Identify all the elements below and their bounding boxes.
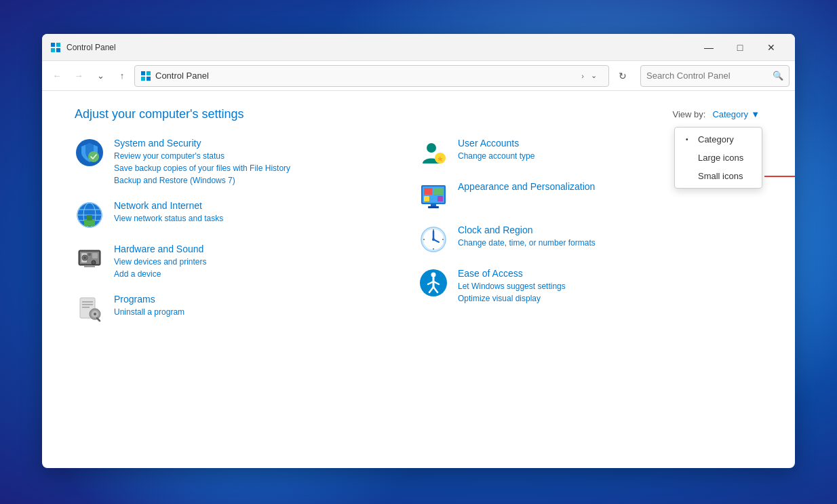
network-internet-link-1[interactable]: View network status and tasks — [114, 212, 223, 225]
window-title: Control Panel — [66, 43, 693, 52]
dropdown-item-large-icons[interactable]: Large icons — [675, 149, 762, 167]
hardware-sound-icon — [75, 244, 104, 273]
user-accounts-title[interactable]: User Accounts — [458, 138, 534, 149]
address-text: Control Panel — [155, 71, 579, 81]
clock-region-text: Clock and Region Change date, time, or n… — [458, 225, 596, 249]
svg-rect-1 — [56, 43, 60, 47]
search-icon[interactable]: 🔍 — [773, 71, 783, 81]
toolbar: ← → ⌄ ↑ Control Panel › ⌄ ↻ 🔍 — [42, 61, 795, 91]
address-dropdown-button[interactable]: ⌄ — [584, 66, 603, 85]
svg-rect-44 — [437, 196, 443, 201]
ease-access-title[interactable]: Ease of Access — [458, 268, 566, 279]
back-button[interactable]: ← — [47, 66, 66, 85]
hardware-sound-text: Hardware and Sound View devices and prin… — [114, 244, 207, 280]
network-internet-item: Network and Internet View network status… — [75, 200, 418, 230]
programs-title[interactable]: Programs — [114, 294, 184, 305]
svg-rect-17 — [87, 215, 92, 220]
programs-text: Programs Uninstall a program — [114, 294, 184, 318]
svg-line-34 — [97, 318, 100, 321]
close-button[interactable]: ✕ — [756, 34, 787, 61]
ease-access-link-1[interactable]: Let Windows suggest settings — [458, 280, 566, 292]
svg-rect-4 — [141, 71, 145, 75]
refresh-button[interactable]: ↻ — [613, 66, 632, 85]
hardware-sound-title[interactable]: Hardware and Sound — [114, 244, 207, 254]
svg-rect-0 — [51, 43, 55, 47]
search-box[interactable]: 🔍 — [640, 65, 790, 87]
address-icon — [140, 71, 151, 81]
address-bar[interactable]: Control Panel › ⌄ — [134, 65, 609, 87]
programs-link-1[interactable]: Uninstall a program — [114, 306, 184, 318]
system-security-text: System and Security Review your computer… — [114, 138, 290, 187]
hardware-sound-link-2[interactable]: Add a device — [114, 268, 207, 280]
items-grid: System and Security Review your computer… — [75, 138, 762, 324]
clock-region-link-1[interactable]: Change date, time, or number formats — [458, 237, 596, 249]
page-title: Adjust your computer's settings — [75, 107, 244, 121]
svg-point-23 — [92, 260, 96, 265]
svg-rect-5 — [147, 71, 151, 75]
system-security-link-1[interactable]: Review your computer's status — [114, 150, 290, 162]
ease-access-link-2[interactable]: Optimize visual display — [458, 292, 566, 305]
programs-item: Programs Uninstall a program — [75, 294, 418, 324]
window-icon — [50, 42, 61, 53]
page-header: Adjust your computer's settings View by:… — [75, 107, 762, 121]
svg-point-9 — [88, 151, 99, 162]
window-controls: — □ ✕ — [693, 34, 787, 61]
maximize-button[interactable]: □ — [724, 34, 756, 61]
svg-rect-3 — [56, 48, 60, 52]
hardware-sound-link-1[interactable]: View devices and printers — [114, 256, 207, 268]
recent-locations-button[interactable]: ⌄ — [91, 66, 110, 85]
view-by-value: Category — [712, 109, 748, 119]
appearance-icon — [418, 181, 448, 211]
dropdown-item-small-icons[interactable]: Small icons — [675, 167, 762, 185]
clock-region-item: Clock and Region Change date, time, or n… — [418, 225, 762, 254]
network-internet-title[interactable]: Network and Internet — [114, 200, 223, 211]
svg-rect-21 — [88, 253, 91, 256]
ease-access-text: Ease of Access Let Windows suggest setti… — [458, 268, 566, 305]
main-content: Adjust your computer's settings View by:… — [42, 91, 795, 468]
svg-rect-2 — [51, 48, 55, 52]
arrow-annotation — [764, 173, 795, 180]
svg-point-26 — [83, 256, 86, 259]
view-by-button[interactable]: Category ▼ — [709, 108, 762, 121]
clock-region-icon — [418, 225, 448, 254]
ease-access-item: Ease of Access Let Windows suggest setti… — [418, 268, 762, 305]
ease-access-icon — [418, 268, 448, 298]
view-by-label: View by: — [672, 109, 705, 119]
network-internet-icon — [75, 200, 104, 230]
svg-rect-22 — [92, 253, 98, 258]
dropdown-item-category[interactable]: • Category — [675, 130, 762, 149]
hardware-sound-item: Hardware and Sound View devices and prin… — [75, 244, 418, 280]
user-accounts-link-1[interactable]: Change account type — [458, 150, 534, 162]
svg-rect-40 — [424, 188, 432, 195]
user-accounts-icon — [418, 138, 448, 168]
view-by-dropdown: • Category Large icons Small icons — [674, 127, 762, 189]
programs-icon — [75, 294, 104, 324]
system-security-link-3[interactable]: Backup and Restore (Windows 7) — [114, 174, 290, 187]
clock-region-title[interactable]: Clock and Region — [458, 225, 596, 235]
minimize-button[interactable]: — — [693, 34, 724, 61]
selected-bullet: • — [686, 136, 694, 143]
svg-point-33 — [94, 313, 96, 315]
appearance-title[interactable]: Appearance and Personalization — [458, 181, 595, 192]
forward-button[interactable]: → — [69, 66, 88, 85]
system-security-link-2[interactable]: Save backup copies of your files with Fi… — [114, 162, 290, 174]
arrow-line — [764, 176, 795, 177]
svg-point-57 — [431, 273, 436, 277]
svg-rect-6 — [141, 77, 145, 81]
system-security-icon — [75, 138, 104, 168]
control-panel-window: Control Panel — □ ✕ ← → ⌄ ↑ Control Pane… — [42, 34, 795, 468]
search-input[interactable] — [646, 71, 773, 81]
svg-rect-41 — [433, 188, 443, 195]
dropdown-label-category: Category — [698, 134, 734, 144]
svg-rect-42 — [424, 196, 429, 201]
network-internet-text: Network and Internet View network status… — [114, 200, 223, 225]
title-bar: Control Panel — □ ✕ — [42, 34, 795, 61]
dropdown-label-small-icons: Small icons — [698, 171, 743, 181]
up-button[interactable]: ↑ — [113, 66, 132, 85]
system-security-item: System and Security Review your computer… — [75, 138, 418, 187]
svg-rect-46 — [428, 206, 439, 208]
appearance-text: Appearance and Personalization — [458, 181, 595, 193]
view-by-chevron: ▼ — [751, 109, 760, 119]
svg-rect-7 — [147, 77, 151, 81]
system-security-title[interactable]: System and Security — [114, 138, 290, 149]
